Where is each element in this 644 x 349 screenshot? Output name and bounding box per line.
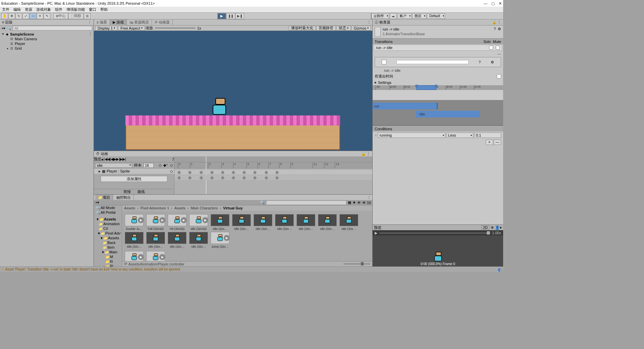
menu-assets[interactable]: 资源 [25, 7, 32, 12]
last-frame-button[interactable]: ▶▶| [120, 157, 126, 161]
folder-item[interactable]: 📁 C# [94, 226, 122, 231]
add-key-icon[interactable]: ◆⁺ [163, 163, 168, 167]
crumb[interactable]: Assets [124, 206, 135, 210]
preview-speed-slider[interactable] [379, 233, 490, 234]
asset-item[interactable]: Idle (32x… [231, 214, 252, 231]
condition-param-dropdown[interactable]: running [378, 133, 445, 138]
add-condition-button[interactable]: + [486, 140, 493, 145]
asset-item[interactable]: Idle (32x… [296, 214, 316, 231]
next-frame-button[interactable]: ▶| [116, 157, 120, 161]
menu-file[interactable]: 文件 [2, 7, 9, 12]
hierarchy-item[interactable]: ⊡Main Camera [0, 37, 94, 41]
panel-menu-icon[interactable]: ⋮ [367, 152, 370, 156]
asset-item[interactable]: ▶Jump (32x… [210, 232, 230, 248]
play-button[interactable]: ▶ [217, 13, 226, 19]
create-dropdown-icon[interactable]: +▾ [95, 200, 99, 205]
tab-scene[interactable]: # 场景 [94, 19, 110, 26]
anim-play-button[interactable]: ▶ [113, 157, 116, 161]
asset-item[interactable]: ▶Double Ju… [124, 214, 144, 231]
menu-window[interactable]: 窗口 [89, 7, 96, 12]
settings-foldout[interactable]: ▸ Settings [373, 80, 503, 85]
thumbnail-size-slider[interactable] [343, 263, 370, 264]
display-dropdown[interactable]: Display 1 [95, 26, 117, 31]
expand-icon[interactable]: ▶ [202, 217, 208, 223]
folder-item[interactable]: 📁 M [94, 254, 122, 259]
scale-slider[interactable] [155, 28, 195, 29]
menu-help[interactable]: 帮助 [100, 7, 108, 12]
asset-item[interactable]: Idle (32x… [253, 214, 273, 231]
curves-tab[interactable]: 曲线 [138, 189, 145, 194]
asset-item[interactable]: Idle (32x… [339, 214, 359, 231]
menu-component[interactable]: 组件 [55, 7, 62, 12]
expand-icon[interactable]: ▶ [138, 217, 144, 223]
expand-icon[interactable]: ▶ [138, 254, 144, 260]
project-tab[interactable]: 📁 项目 [95, 195, 113, 200]
condition-op-dropdown[interactable]: Less [446, 133, 473, 138]
folder-item[interactable]: 📁 Back [94, 240, 122, 245]
next-key-icon[interactable]: ◇ [170, 163, 173, 167]
menu-services[interactable]: 增强版功能 [66, 7, 85, 12]
preview-viewport[interactable]: 0:00 (000.0%) Frame 0 [373, 236, 503, 266]
preview-light-icon[interactable]: ✲ [491, 226, 494, 230]
folder-item[interactable]: 📁 Item [94, 245, 122, 250]
clip-dropdown[interactable]: idle [95, 163, 132, 168]
preview-toggle[interactable]: 预览 [94, 157, 101, 162]
hidden-icon[interactable]: 👁 [357, 201, 361, 205]
pivot-local-button[interactable]: ⬚ 局部 [68, 13, 84, 19]
asset-item[interactable]: ▶Hit (32x32) [167, 214, 187, 231]
console-tab[interactable]: ▤ 控制台 [114, 195, 134, 200]
panel-menu-icon[interactable]: ⋮ [367, 195, 371, 200]
scale-tool-icon[interactable]: ⤢ [22, 13, 29, 19]
expand-icon[interactable]: ▶ [181, 217, 187, 223]
mute-audio[interactable]: 音频静音 [316, 26, 336, 31]
transition-timeline[interactable]: :00 |0:05 |0:10 |0:15 |0:20 |0:25 |1:00 … [373, 85, 503, 126]
add-property-button[interactable]: 添加属性 [101, 176, 167, 182]
asset-item[interactable]: Idle (32x… [317, 214, 337, 231]
crumb-current[interactable]: Virtual Guy [223, 206, 243, 210]
panel-menu-icon[interactable]: ⋮ [366, 20, 372, 24]
expand-icon[interactable]: ▶ [159, 217, 165, 223]
scene-root[interactable]: ▼◈SampleScene ⋮ [0, 32, 94, 37]
move-tool-icon[interactable]: ✥ [8, 13, 15, 19]
minimize-icon[interactable]: — [484, 1, 487, 6]
account-dropdown[interactable]: 帐户 [397, 13, 412, 19]
asset-item[interactable]: Idle (32x… [210, 214, 230, 231]
crumb[interactable]: Main Characters [191, 206, 218, 210]
dopesheet[interactable]: 0 1 2 3 4 5 6 7 8 9 11 12 13 [174, 162, 372, 194]
has-exit-time-checkbox[interactable] [497, 74, 501, 79]
gizmos-dropdown[interactable]: Gizmos [352, 26, 371, 31]
lock-icon[interactable]: 🔒 [361, 152, 366, 156]
rect-tool-icon[interactable]: ▭ [30, 13, 36, 19]
folder-item[interactable]: 📁 N [94, 259, 122, 264]
preview-2d-toggle[interactable]: 2D [481, 225, 489, 230]
step-button[interactable]: ▶❚ [235, 13, 244, 19]
asset-item[interactable]: Idle (32x… [124, 232, 144, 248]
folder-item[interactable]: 📁 Pi [94, 264, 122, 266]
preview-play-button[interactable]: ▶ [375, 231, 377, 235]
lock-icon[interactable]: 🔒 [492, 20, 497, 24]
rotate-tool-icon[interactable]: ↻ [15, 13, 22, 19]
collab-dropdown[interactable]: ◎ 协作 [371, 13, 389, 19]
gear-icon[interactable]: ⚙ [491, 60, 494, 64]
first-frame-button[interactable]: |◀◀ [104, 157, 110, 161]
filter-icon[interactable]: ▦ [348, 200, 351, 205]
hierarchy-search-input[interactable] [13, 26, 92, 31]
inspector-tab[interactable]: ⓘ 检查器 [375, 20, 390, 25]
asset-item[interactable]: Idle (32x… [189, 232, 209, 248]
hand-tool-icon[interactable]: ✋ [1, 13, 8, 19]
panel-menu-icon[interactable]: ⋮ [88, 20, 92, 24]
favorites-icon[interactable]: ★ [353, 200, 356, 205]
layout-dropdown[interactable]: Default [427, 13, 445, 19]
maximize-on-play[interactable]: 播放时最大化 [289, 26, 316, 31]
panel-menu-icon[interactable]: ⋮ [497, 20, 501, 24]
expand-icon[interactable]: ▶ [159, 254, 165, 260]
asset-item[interactable]: ▶Fall (32x32) [146, 214, 166, 231]
remove-condition-button[interactable]: — [494, 140, 501, 145]
tab-animator[interactable]: ⟳ 动画器 [152, 19, 173, 26]
remove-transition-button[interactable]: — [373, 51, 503, 56]
preview-model-icon[interactable]: 👤▾ [495, 226, 502, 230]
samples-field[interactable]: 16 [144, 163, 154, 168]
folder-item[interactable]: ▼📁 Assets [94, 236, 122, 240]
asset-item[interactable]: Idle (32x… [146, 232, 166, 248]
folder-item[interactable]: ▼📁 Main [94, 250, 122, 254]
